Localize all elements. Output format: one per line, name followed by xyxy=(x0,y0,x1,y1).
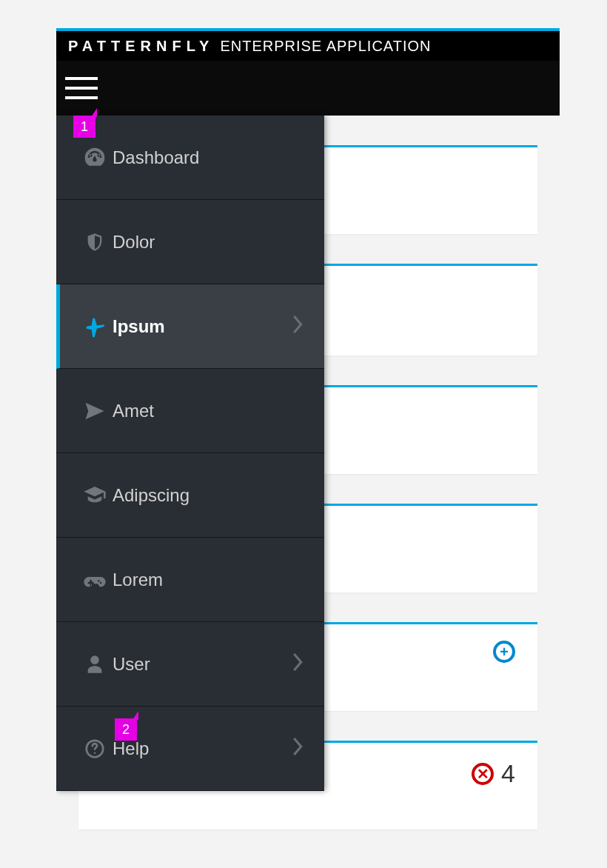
plus-circle-icon: + xyxy=(493,641,515,663)
dashboard-icon xyxy=(77,146,113,170)
nav-label: Help xyxy=(113,738,292,759)
chevron-right-icon xyxy=(292,736,304,761)
graduation-cap-icon xyxy=(77,484,113,507)
annotation-callout-1: 1 xyxy=(73,116,95,138)
hamburger-icon[interactable] xyxy=(65,77,98,99)
user-icon xyxy=(77,654,113,675)
help-icon xyxy=(77,738,113,760)
nav-label: Dolor xyxy=(113,232,304,253)
nav-label: Dashboard xyxy=(113,147,304,168)
nav-label: Amet xyxy=(113,401,304,421)
chevron-right-icon xyxy=(292,314,304,339)
nav-label: Adipscing xyxy=(113,485,304,506)
brand-bar: PATTERNFLY ENTERPRISE APPLICATION xyxy=(56,31,560,61)
brand-name: PATTERNFLY xyxy=(68,38,214,55)
plane-icon xyxy=(77,314,113,339)
brand-subtitle: ENTERPRISE APPLICATION xyxy=(220,38,431,55)
chevron-right-icon xyxy=(292,652,304,677)
paper-plane-icon xyxy=(77,400,113,422)
error-circle-icon: ✕ xyxy=(472,763,494,785)
svg-point-1 xyxy=(94,752,96,754)
nav-item-help[interactable]: Help xyxy=(56,707,324,791)
card-value: 4 xyxy=(501,759,515,788)
nav-item-ipsum[interactable]: Ipsum xyxy=(56,284,324,369)
nav-item-adipscing[interactable]: Adipscing xyxy=(56,453,324,538)
nav-item-amet[interactable]: Amet xyxy=(56,369,324,453)
nav-item-dashboard[interactable]: Dashboard xyxy=(56,116,324,200)
nav-item-dolor[interactable]: Dolor xyxy=(56,200,324,284)
nav-label: Ipsum xyxy=(113,316,292,337)
nav-label: User xyxy=(113,654,292,675)
nav-label: Lorem xyxy=(113,570,304,590)
nav-item-user[interactable]: User xyxy=(56,622,324,707)
nav-item-lorem[interactable]: Lorem xyxy=(56,538,324,622)
menu-bar xyxy=(56,61,560,116)
gamepad-icon xyxy=(77,568,113,592)
annotation-callout-2: 2 xyxy=(115,718,137,741)
nav-drawer: Dashboard Dolor Ipsum Amet xyxy=(56,116,324,791)
shield-icon xyxy=(77,232,113,253)
